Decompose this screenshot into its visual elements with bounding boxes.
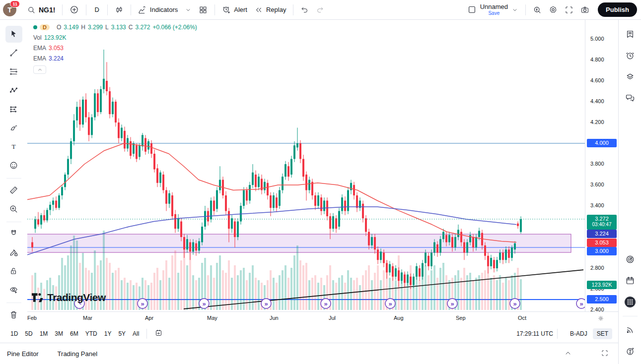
price-tick: 4.800 (590, 57, 604, 62)
range-1m[interactable]: 1M (36, 328, 52, 339)
chart-pane[interactable]: »»»»»»»» D O3.149 H3.299 L3.133 C3.272 +… (27, 20, 585, 311)
redo-button[interactable] (312, 3, 328, 16)
price-tag: 123.92K (587, 281, 617, 289)
divider (6, 222, 21, 222)
adjust-mode-button[interactable]: B-ADJ (567, 328, 591, 339)
zoom-in-tool[interactable] (5, 200, 22, 217)
streams-button[interactable] (622, 321, 639, 338)
quick-search-button[interactable] (529, 3, 545, 16)
volume-value: 123.92K (44, 34, 67, 41)
range-5y[interactable]: 5Y (115, 328, 129, 339)
pattern-tool[interactable] (5, 82, 22, 99)
undo-button[interactable] (297, 3, 312, 16)
svg-text:»: » (388, 300, 392, 307)
high-label: H (81, 24, 85, 31)
publish-button[interactable]: Publish (598, 2, 637, 17)
indicators-templates-chevron[interactable] (181, 4, 195, 15)
ruler-icon (9, 185, 18, 195)
remove-drawings-tool[interactable] (5, 306, 22, 323)
layout-save-button[interactable]: Unnamed Save (480, 3, 508, 16)
chart-style-button[interactable] (111, 3, 127, 16)
fib-retracement-tool[interactable] (5, 63, 22, 80)
calendar-icon (625, 276, 635, 286)
lock-icon (9, 266, 18, 276)
high-value: 3.299 (88, 24, 103, 31)
signal-arcs-icon (625, 325, 635, 335)
apps-grid-icon (624, 296, 637, 308)
fullscreen-button[interactable] (561, 3, 577, 16)
magnet-tool[interactable] (5, 225, 22, 242)
range-ytd[interactable]: YTD (82, 328, 101, 339)
layout-select-button[interactable] (464, 3, 480, 16)
range-6m[interactable]: 6M (67, 328, 82, 339)
range-5d[interactable]: 5D (21, 328, 36, 339)
price-tick: 4.200 (590, 119, 604, 125)
pine-editor-tab[interactable]: Pine Editor (7, 350, 39, 358)
range-1y[interactable]: 1Y (101, 328, 115, 339)
hotlists-button[interactable] (622, 251, 639, 268)
panel-maximize-button[interactable] (597, 347, 612, 361)
lock-all-tool[interactable] (5, 263, 22, 280)
layout-grid-button[interactable] (195, 3, 211, 16)
brush-tool[interactable] (5, 120, 22, 136)
emoji-tool[interactable] (5, 157, 22, 174)
camera-icon (580, 5, 589, 14)
chat-button[interactable] (622, 90, 639, 107)
settings-button[interactable] (545, 3, 561, 16)
market-status-dot (33, 25, 37, 29)
projection-tool[interactable] (5, 101, 22, 118)
legend-volume-row[interactable]: Vol 123.92K (33, 34, 197, 41)
price-tick: 2.400 (590, 306, 604, 311)
range-3m[interactable]: 3M (51, 328, 67, 339)
legend-ema1-row[interactable]: EMA 3.053 (33, 45, 197, 52)
legend-ohlc-row[interactable]: D O3.149 H3.299 L3.133 C3.272 +0.066 (+2… (33, 24, 197, 31)
object-tree-button[interactable] (622, 68, 639, 85)
trading-panel-tab[interactable]: Trading Panel (58, 350, 97, 358)
timeframe-button[interactable]: D (90, 4, 103, 15)
xabcd-pattern-icon (9, 86, 18, 95)
user-avatar[interactable]: T 11 (3, 3, 16, 16)
snapshot-button[interactable] (577, 3, 593, 16)
hide-drawings-tool[interactable] (5, 281, 22, 298)
time-tick: Aug (394, 315, 404, 321)
drawing-lock-tool[interactable] (5, 244, 22, 261)
legend-collapse-button[interactable] (33, 65, 46, 74)
apps-menu-button[interactable] (622, 294, 639, 310)
svg-text:»: » (450, 300, 454, 307)
chat-bubbles-icon (625, 93, 635, 103)
maximize-icon (601, 349, 609, 357)
legend-ema2-row[interactable]: EMA 3.224 (33, 55, 197, 62)
panel-expand-button[interactable] (561, 347, 575, 361)
price-tick: 5.000 (590, 36, 604, 42)
price-tag: 3.053 (587, 239, 617, 247)
session-settings-button[interactable]: SET (593, 328, 612, 339)
calendar-button[interactable] (622, 272, 639, 289)
layers-icon (625, 72, 635, 82)
indicators-button[interactable]: Indicators (135, 3, 181, 16)
replay-button[interactable]: Replay (251, 3, 289, 16)
range-1d[interactable]: 1D (7, 328, 21, 339)
low-value: 3.133 (111, 24, 126, 31)
clock-utc[interactable]: 17:29:11 UTC (516, 330, 553, 337)
cursor-tool[interactable] (5, 26, 22, 43)
layout-chevron[interactable] (508, 4, 522, 15)
help-button[interactable] (622, 343, 639, 360)
text-tool[interactable]: T (5, 138, 22, 155)
price-axis[interactable]: 5.0004.8004.6004.4004.2003.8003.6003.400… (585, 20, 618, 311)
trend-line-tool[interactable] (5, 45, 22, 61)
alerts-panel-button[interactable] (622, 47, 639, 64)
go-to-date-button[interactable] (151, 327, 166, 341)
open-value: 3.149 (64, 24, 78, 31)
time-axis[interactable]: FebMarAprMayJunJulAugSepOct (27, 311, 618, 325)
svg-text:»: » (513, 300, 516, 307)
watchlist-button[interactable] (622, 26, 639, 43)
alert-button[interactable]: Alert (218, 3, 251, 16)
measure-tool[interactable] (5, 182, 22, 198)
axis-settings-gear-icon[interactable] (597, 315, 604, 322)
symbol-search-button[interactable]: NG1! (23, 3, 59, 16)
range-all[interactable]: All (129, 328, 142, 339)
time-tick: May (207, 315, 217, 321)
divider (557, 329, 558, 339)
zoom-in-icon (9, 204, 18, 214)
compare-add-button[interactable] (66, 3, 82, 16)
